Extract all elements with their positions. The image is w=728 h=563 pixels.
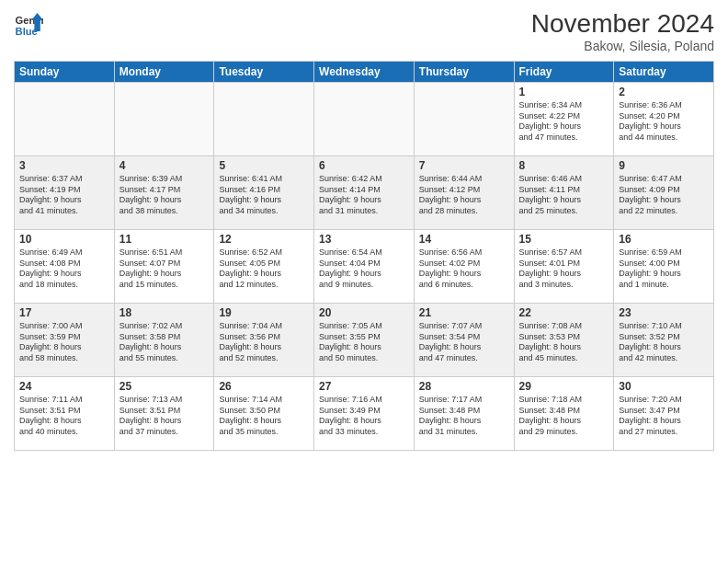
- table-row: 9Sunrise: 6:47 AM Sunset: 4:09 PM Daylig…: [614, 156, 714, 230]
- location: Bakow, Silesia, Poland: [531, 39, 714, 53]
- day-number: 5: [219, 159, 309, 172]
- day-number: 26: [219, 380, 309, 393]
- calendar-week-row: 10Sunrise: 6:49 AM Sunset: 4:08 PM Dayli…: [15, 230, 714, 304]
- table-row: 11Sunrise: 6:51 AM Sunset: 4:07 PM Dayli…: [114, 230, 214, 304]
- day-number: 4: [119, 159, 210, 172]
- day-number: 18: [119, 306, 210, 319]
- col-friday: Friday: [514, 62, 614, 83]
- day-number: 11: [119, 233, 210, 246]
- day-number: 20: [319, 306, 409, 319]
- table-row: 8Sunrise: 6:46 AM Sunset: 4:11 PM Daylig…: [514, 156, 614, 230]
- day-info: Sunrise: 6:39 AM Sunset: 4:17 PM Dayligh…: [119, 174, 210, 217]
- day-info: Sunrise: 6:36 AM Sunset: 4:20 PM Dayligh…: [619, 100, 709, 144]
- day-info: Sunrise: 6:37 AM Sunset: 4:19 PM Dayligh…: [19, 174, 109, 217]
- table-row: 16Sunrise: 6:59 AM Sunset: 4:00 PM Dayli…: [614, 230, 714, 304]
- day-number: 21: [419, 306, 509, 319]
- day-info: Sunrise: 7:17 AM Sunset: 3:48 PM Dayligh…: [419, 395, 509, 438]
- col-tuesday: Tuesday: [214, 62, 314, 83]
- table-row: 1Sunrise: 6:34 AM Sunset: 4:22 PM Daylig…: [514, 83, 614, 156]
- day-info: Sunrise: 7:18 AM Sunset: 3:48 PM Dayligh…: [519, 395, 609, 438]
- title-section: November 2024 Bakow, Silesia, Poland: [531, 9, 714, 53]
- table-row: 2Sunrise: 6:36 AM Sunset: 4:20 PM Daylig…: [614, 83, 714, 156]
- day-number: 3: [19, 159, 109, 172]
- table-row: 27Sunrise: 7:16 AM Sunset: 3:49 PM Dayli…: [314, 377, 415, 451]
- day-number: 7: [419, 159, 509, 172]
- col-wednesday: Wednesday: [314, 62, 415, 83]
- table-row: 15Sunrise: 6:57 AM Sunset: 4:01 PM Dayli…: [514, 230, 614, 304]
- table-row: 5Sunrise: 6:41 AM Sunset: 4:16 PM Daylig…: [214, 156, 314, 230]
- table-row: 14Sunrise: 6:56 AM Sunset: 4:02 PM Dayli…: [414, 230, 514, 304]
- calendar-week-row: 1Sunrise: 6:34 AM Sunset: 4:22 PM Daylig…: [15, 83, 714, 156]
- table-row: 25Sunrise: 7:13 AM Sunset: 3:51 PM Dayli…: [114, 377, 214, 451]
- day-number: 13: [319, 233, 409, 246]
- day-info: Sunrise: 6:59 AM Sunset: 4:00 PM Dayligh…: [619, 247, 709, 291]
- table-row: 30Sunrise: 7:20 AM Sunset: 3:47 PM Dayli…: [614, 377, 714, 451]
- table-row: 13Sunrise: 6:54 AM Sunset: 4:04 PM Dayli…: [314, 230, 415, 304]
- day-info: Sunrise: 7:08 AM Sunset: 3:53 PM Dayligh…: [519, 321, 609, 364]
- month-title: November 2024: [531, 9, 714, 39]
- table-row: 18Sunrise: 7:02 AM Sunset: 3:58 PM Dayli…: [114, 304, 214, 377]
- col-sunday: Sunday: [15, 62, 115, 83]
- day-number: 15: [519, 233, 609, 246]
- table-row: 4Sunrise: 6:39 AM Sunset: 4:17 PM Daylig…: [114, 156, 214, 230]
- day-info: Sunrise: 6:46 AM Sunset: 4:11 PM Dayligh…: [519, 174, 609, 217]
- day-info: Sunrise: 6:51 AM Sunset: 4:07 PM Dayligh…: [119, 247, 210, 291]
- day-info: Sunrise: 7:14 AM Sunset: 3:50 PM Dayligh…: [219, 395, 309, 438]
- day-number: 10: [19, 233, 109, 246]
- table-row: 23Sunrise: 7:10 AM Sunset: 3:52 PM Dayli…: [614, 304, 714, 377]
- day-number: 17: [19, 306, 109, 319]
- table-row: 3Sunrise: 6:37 AM Sunset: 4:19 PM Daylig…: [15, 156, 115, 230]
- day-info: Sunrise: 6:56 AM Sunset: 4:02 PM Dayligh…: [419, 247, 509, 291]
- day-info: Sunrise: 6:47 AM Sunset: 4:09 PM Dayligh…: [619, 174, 709, 217]
- day-number: 23: [619, 306, 709, 319]
- day-number: 19: [219, 306, 309, 319]
- table-row: [15, 83, 115, 156]
- day-info: Sunrise: 6:57 AM Sunset: 4:01 PM Dayligh…: [519, 247, 609, 291]
- day-number: 6: [319, 159, 409, 172]
- day-info: Sunrise: 6:54 AM Sunset: 4:04 PM Dayligh…: [319, 247, 409, 291]
- calendar: Sunday Monday Tuesday Wednesday Thursday…: [14, 61, 714, 451]
- table-row: 28Sunrise: 7:17 AM Sunset: 3:48 PM Dayli…: [414, 377, 514, 451]
- table-row: 22Sunrise: 7:08 AM Sunset: 3:53 PM Dayli…: [514, 304, 614, 377]
- table-row: [314, 83, 415, 156]
- day-number: 30: [619, 380, 709, 393]
- day-info: Sunrise: 7:20 AM Sunset: 3:47 PM Dayligh…: [619, 395, 709, 438]
- day-number: 16: [619, 233, 709, 246]
- table-row: 10Sunrise: 6:49 AM Sunset: 4:08 PM Dayli…: [15, 230, 115, 304]
- table-row: 17Sunrise: 7:00 AM Sunset: 3:59 PM Dayli…: [15, 304, 115, 377]
- day-info: Sunrise: 6:42 AM Sunset: 4:14 PM Dayligh…: [319, 174, 409, 217]
- day-number: 8: [519, 159, 609, 172]
- calendar-week-row: 3Sunrise: 6:37 AM Sunset: 4:19 PM Daylig…: [15, 156, 714, 230]
- table-row: [114, 83, 214, 156]
- table-row: 26Sunrise: 7:14 AM Sunset: 3:50 PM Dayli…: [214, 377, 314, 451]
- header: General Blue November 2024 Bakow, Silesi…: [14, 9, 714, 53]
- day-number: 24: [19, 380, 109, 393]
- day-info: Sunrise: 6:41 AM Sunset: 4:16 PM Dayligh…: [219, 174, 309, 217]
- col-saturday: Saturday: [614, 62, 714, 83]
- logo: General Blue: [14, 9, 43, 39]
- day-info: Sunrise: 7:04 AM Sunset: 3:56 PM Dayligh…: [219, 321, 309, 364]
- day-info: Sunrise: 6:44 AM Sunset: 4:12 PM Dayligh…: [419, 174, 509, 217]
- table-row: 29Sunrise: 7:18 AM Sunset: 3:48 PM Dayli…: [514, 377, 614, 451]
- day-info: Sunrise: 7:07 AM Sunset: 3:54 PM Dayligh…: [419, 321, 509, 364]
- day-number: 9: [619, 159, 709, 172]
- page: General Blue November 2024 Bakow, Silesi…: [0, 0, 728, 563]
- table-row: 12Sunrise: 6:52 AM Sunset: 4:05 PM Dayli…: [214, 230, 314, 304]
- day-number: 28: [419, 380, 509, 393]
- day-number: 1: [519, 86, 609, 98]
- day-info: Sunrise: 7:11 AM Sunset: 3:51 PM Dayligh…: [19, 395, 109, 438]
- table-row: 20Sunrise: 7:05 AM Sunset: 3:55 PM Dayli…: [314, 304, 415, 377]
- day-info: Sunrise: 7:02 AM Sunset: 3:58 PM Dayligh…: [119, 321, 210, 364]
- table-row: 7Sunrise: 6:44 AM Sunset: 4:12 PM Daylig…: [414, 156, 514, 230]
- day-number: 2: [619, 86, 709, 98]
- day-info: Sunrise: 7:10 AM Sunset: 3:52 PM Dayligh…: [619, 321, 709, 364]
- day-number: 14: [419, 233, 509, 246]
- day-number: 12: [219, 233, 309, 246]
- table-row: [414, 83, 514, 156]
- col-monday: Monday: [114, 62, 214, 83]
- table-row: 6Sunrise: 6:42 AM Sunset: 4:14 PM Daylig…: [314, 156, 415, 230]
- day-info: Sunrise: 6:34 AM Sunset: 4:22 PM Dayligh…: [519, 100, 609, 144]
- calendar-week-row: 17Sunrise: 7:00 AM Sunset: 3:59 PM Dayli…: [15, 304, 714, 377]
- day-number: 25: [119, 380, 210, 393]
- day-info: Sunrise: 7:05 AM Sunset: 3:55 PM Dayligh…: [319, 321, 409, 364]
